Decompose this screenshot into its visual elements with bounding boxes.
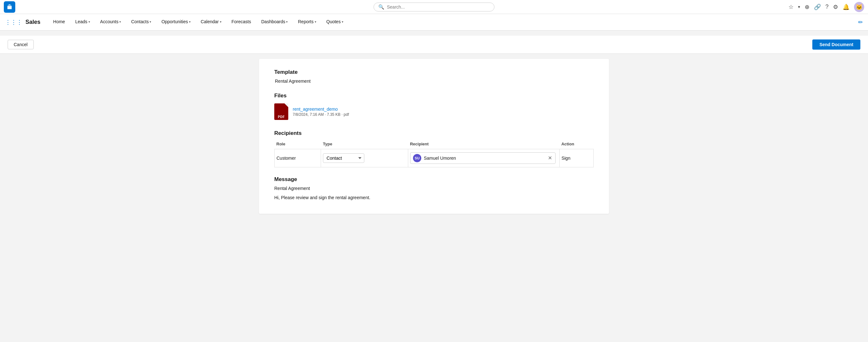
message-section: Message Rental Agreement Hi, Please revi… bbox=[274, 176, 594, 201]
chevron-down-icon: ▾ bbox=[315, 20, 316, 24]
table-row: Customer Contact SU bbox=[275, 149, 594, 167]
col-recipient: Recipient bbox=[408, 139, 559, 149]
add-icon-button[interactable]: ⊕ bbox=[805, 3, 809, 10]
main-content: Cancel Send Document Template Rental Agr… bbox=[0, 31, 868, 342]
nav-item-leads[interactable]: Leads ▾ bbox=[70, 14, 95, 31]
avatar[interactable]: 🐱 bbox=[854, 2, 864, 12]
recipient-input-wrapper: SU Samuel Umoren ✕ bbox=[410, 152, 556, 164]
col-type: Type bbox=[321, 139, 408, 149]
chevron-down-icon: ▾ bbox=[89, 20, 90, 24]
nav-item-dashboards[interactable]: Dashboards ▾ bbox=[256, 14, 293, 31]
nav-item-home[interactable]: Home bbox=[48, 14, 70, 31]
message-section-title: Message bbox=[274, 176, 594, 183]
chevron-down-icon: ▾ bbox=[150, 20, 151, 24]
recipient-initials: SU bbox=[414, 156, 420, 160]
nav-bar: ⋮⋮⋮ Sales Home Leads ▾ Accounts ▾ Contac… bbox=[0, 14, 868, 31]
nav-item-opportunities[interactable]: Opportunities ▾ bbox=[156, 14, 195, 31]
search-bar-wrapper: 🔍 bbox=[374, 3, 494, 11]
col-role: Role bbox=[275, 139, 321, 149]
chevron-down-icon: ▾ bbox=[286, 20, 288, 24]
chevron-down-icon: ▾ bbox=[220, 20, 221, 24]
top-bar-right: ☆ ▾ ⊕ 🔗 ? ⚙ 🔔 🐱 bbox=[788, 2, 864, 12]
message-subject: Rental Agreement bbox=[274, 186, 594, 191]
form-card: Template Rental Agreement Files PDF rent… bbox=[259, 59, 609, 214]
nav-item-contacts[interactable]: Contacts ▾ bbox=[126, 14, 156, 31]
template-section-title: Template bbox=[274, 69, 594, 75]
recipient-cell: SU Samuel Umoren ✕ bbox=[408, 149, 559, 167]
star-icon-button[interactable]: ☆ bbox=[788, 3, 794, 10]
search-bar[interactable]: 🔍 bbox=[374, 3, 494, 11]
app-icon bbox=[4, 1, 15, 13]
pdf-icon: PDF bbox=[274, 103, 288, 120]
message-body: Hi, Please review and sign the rental ag… bbox=[274, 194, 594, 201]
top-bar-left bbox=[4, 1, 15, 13]
cancel-button[interactable]: Cancel bbox=[8, 40, 34, 49]
nav-item-reports[interactable]: Reports ▾ bbox=[293, 14, 321, 31]
action-bar: Cancel Send Document bbox=[0, 36, 868, 54]
nav-edit-button[interactable]: ✏ bbox=[858, 19, 863, 26]
action-cell: Sign bbox=[559, 149, 593, 167]
file-item: PDF rent_agreement_demo 7/8/2024, 7:16 A… bbox=[274, 102, 594, 121]
files-section: Files PDF rent_agreement_demo 7/8/2024, … bbox=[274, 93, 594, 121]
recipients-section-title: Recipients bbox=[274, 130, 594, 136]
template-value: Rental Agreement bbox=[274, 79, 594, 84]
notifications-icon-button[interactable]: 🔔 bbox=[842, 3, 849, 10]
col-action: Action bbox=[559, 139, 593, 149]
recipients-section: Recipients Role Type Recipient Action Cu… bbox=[274, 130, 594, 167]
nav-item-accounts[interactable]: Accounts ▾ bbox=[95, 14, 126, 31]
files-section-title: Files bbox=[274, 93, 594, 99]
nav-app-title: Sales bbox=[26, 19, 40, 26]
chevron-down-icon: ▾ bbox=[342, 20, 343, 24]
action-value: Sign bbox=[562, 156, 570, 161]
nav-app-name: ⋮⋮⋮ Sales bbox=[5, 19, 47, 26]
search-icon: 🔍 bbox=[378, 4, 384, 10]
nav-item-calendar[interactable]: Calendar ▾ bbox=[196, 14, 226, 31]
file-info: 7/8/2024, 7:16 AM · 7.35 KB · pdf bbox=[293, 112, 349, 117]
recipient-clear-button[interactable]: ✕ bbox=[547, 156, 553, 161]
nav-item-quotes[interactable]: Quotes ▾ bbox=[321, 14, 348, 31]
role-value: Customer bbox=[277, 156, 296, 161]
search-input[interactable] bbox=[387, 4, 490, 9]
chevron-down-icon: ▾ bbox=[189, 20, 191, 24]
connect-icon-button[interactable]: 🔗 bbox=[814, 3, 821, 10]
role-cell: Customer bbox=[275, 149, 321, 167]
send-document-button[interactable]: Send Document bbox=[812, 39, 860, 50]
top-bar: 🔍 ☆ ▾ ⊕ 🔗 ? ⚙ 🔔 🐱 bbox=[0, 0, 868, 14]
type-cell[interactable]: Contact bbox=[321, 149, 408, 167]
grid-icon: ⋮⋮⋮ bbox=[5, 19, 22, 26]
settings-icon-button[interactable]: ⚙ bbox=[833, 3, 838, 10]
recipient-avatar: SU bbox=[413, 154, 421, 162]
type-select[interactable]: Contact bbox=[323, 153, 364, 163]
file-name[interactable]: rent_agreement_demo bbox=[293, 106, 349, 112]
nav-item-forecasts[interactable]: Forecasts bbox=[226, 14, 256, 31]
dropdown-icon-button[interactable]: ▾ bbox=[798, 4, 800, 9]
recipients-table: Role Type Recipient Action Customer Cont bbox=[274, 139, 594, 167]
recipient-name: Samuel Umoren bbox=[424, 156, 545, 161]
file-meta: rent_agreement_demo 7/8/2024, 7:16 AM · … bbox=[293, 106, 349, 117]
help-icon-button[interactable]: ? bbox=[825, 3, 829, 10]
chevron-down-icon: ▾ bbox=[119, 20, 121, 24]
